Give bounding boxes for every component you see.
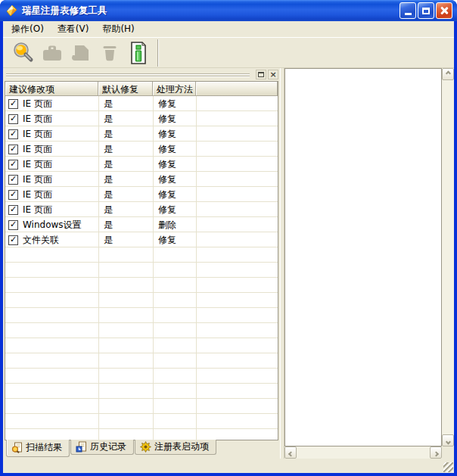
column-empty[interactable]	[196, 82, 278, 96]
delete-button-disabled	[95, 39, 124, 67]
table-row[interactable]: IE 页面 是 修复	[5, 172, 278, 187]
scroll-up-button[interactable]	[442, 68, 454, 80]
cell-method: 修复	[153, 173, 196, 186]
cell-item: IE 页面	[23, 204, 52, 216]
magnifier-icon	[12, 42, 35, 64]
cell-default-repair: 是	[98, 173, 153, 186]
cell-item: IE 页面	[23, 128, 52, 141]
chevron-left-icon	[288, 451, 293, 456]
window-title: 瑞星注册表修复工具	[22, 5, 399, 17]
cell-default-repair: 是	[98, 113, 153, 126]
row-checkbox[interactable]	[8, 160, 18, 170]
scrollbar-corner	[442, 446, 454, 459]
close-pane-button[interactable]: ×	[268, 70, 278, 79]
cell-default-repair: 是	[98, 143, 153, 156]
cell-default-repair: 是	[98, 158, 153, 171]
app-icon	[5, 5, 18, 17]
scan-button[interactable]	[9, 39, 38, 67]
row-checkbox[interactable]	[8, 114, 18, 124]
row-checkbox[interactable]	[8, 205, 18, 215]
chevron-down-icon	[445, 439, 450, 444]
scan-results-icon	[11, 442, 23, 453]
statusbar	[3, 459, 454, 473]
resize-grip-icon[interactable]	[443, 462, 453, 472]
tab-registry-startup[interactable]: 注册表启动项	[135, 440, 216, 455]
table-row[interactable]: IE 页面 是 修复	[5, 142, 278, 157]
scan-results-table: 建议修改项 默认修复 处理方法 IE 页面 是 修复 IE 页面 是 修复	[5, 81, 278, 440]
toolbar	[3, 37, 454, 68]
pane-caption[interactable]: ×	[3, 68, 280, 81]
row-checkbox[interactable]	[8, 220, 18, 230]
tab-label: 历史记录	[90, 440, 126, 453]
backup-button-disabled	[67, 39, 95, 67]
tab-history[interactable]: 历史记录	[70, 440, 134, 455]
client-area: 操作(O) 查看(V) 帮助(H)	[3, 21, 454, 473]
table-row[interactable]: Windows设置 是 删除	[5, 217, 278, 232]
table-row[interactable]: IE 页面 是 修复	[5, 111, 278, 126]
chevron-up-icon	[445, 70, 450, 76]
horizontal-scrollbar[interactable]	[284, 446, 442, 459]
toolbar-separator	[157, 39, 159, 67]
info-button[interactable]	[124, 39, 153, 67]
row-checkbox[interactable]	[8, 129, 18, 139]
vertical-scrollbar[interactable]	[442, 68, 454, 446]
app-window: 瑞星注册表修复工具 操作(O) 查看(V) 帮助(H)	[0, 0, 457, 476]
cell-default-repair: 是	[98, 98, 153, 110]
table-row[interactable]: IE 页面 是 修复	[5, 126, 278, 142]
menu-help[interactable]: 帮助(H)	[95, 20, 141, 38]
minimize-icon	[405, 13, 412, 15]
table-row[interactable]: IE 页面 是 修复	[5, 187, 278, 202]
table-row[interactable]: IE 页面 是 修复	[5, 202, 278, 217]
menubar: 操作(O) 查看(V) 帮助(H)	[3, 21, 454, 37]
main-area: × 建议修改项 默认修复 处理方法 IE 页面 是 修复	[3, 68, 454, 459]
cell-item: IE 页面	[23, 173, 52, 186]
detail-pane	[284, 68, 454, 459]
menu-operate[interactable]: 操作(O)	[5, 20, 51, 38]
table-body: IE 页面 是 修复 IE 页面 是 修复 IE 页面 是 修复 IE 页面 是…	[5, 96, 278, 247]
table-row[interactable]: IE 页面 是 修复	[5, 157, 278, 172]
cell-item: IE 页面	[23, 143, 52, 156]
column-suggested-item[interactable]: 建议修改项	[5, 82, 98, 96]
scroll-right-button[interactable]	[430, 446, 442, 459]
scroll-down-button[interactable]	[442, 434, 454, 446]
detail-content[interactable]	[284, 68, 442, 446]
minimize-button[interactable]	[399, 2, 416, 19]
tabbar: 扫描结果 历史记录	[3, 440, 280, 459]
menu-view[interactable]: 查看(V)	[51, 20, 96, 38]
row-checkbox[interactable]	[8, 145, 18, 154]
column-method[interactable]: 处理方法	[153, 82, 196, 96]
cell-method: 修复	[153, 113, 196, 126]
row-checkbox[interactable]	[8, 235, 18, 245]
cell-default-repair: 是	[98, 188, 153, 201]
scroll-left-button[interactable]	[284, 446, 297, 459]
cell-item: IE 页面	[23, 113, 52, 126]
close-button[interactable]	[436, 2, 452, 19]
cell-item: 文件关联	[23, 234, 59, 247]
cell-method: 修复	[153, 158, 196, 171]
row-checkbox[interactable]	[8, 99, 18, 109]
history-icon	[76, 441, 87, 453]
row-checkbox[interactable]	[8, 190, 18, 200]
info-icon	[129, 41, 148, 65]
cell-default-repair: 是	[98, 128, 153, 141]
tab-scan-results[interactable]: 扫描结果	[6, 440, 70, 457]
pane-gripper	[6, 72, 250, 78]
cell-default-repair: 是	[98, 219, 153, 232]
tab-label: 扫描结果	[26, 441, 62, 454]
cell-method: 修复	[153, 128, 196, 141]
row-checkbox[interactable]	[8, 175, 18, 185]
tab-label: 注册表启动项	[154, 440, 209, 453]
float-pane-button[interactable]	[256, 70, 266, 79]
maximize-button[interactable]	[418, 2, 434, 19]
cell-method: 修复	[153, 98, 196, 110]
cell-method: 修复	[153, 143, 196, 156]
table-row[interactable]: 文件关联 是 修复	[5, 232, 278, 247]
float-pane-icon	[258, 72, 264, 77]
close-pane-icon: ×	[269, 71, 276, 78]
cell-method: 修复	[153, 204, 196, 216]
table-row[interactable]: IE 页面 是 修复	[5, 96, 278, 111]
close-icon	[440, 6, 449, 15]
cell-default-repair: 是	[98, 234, 153, 247]
titlebar[interactable]: 瑞星注册表修复工具	[0, 0, 457, 21]
column-default-repair[interactable]: 默认修复	[98, 82, 153, 96]
